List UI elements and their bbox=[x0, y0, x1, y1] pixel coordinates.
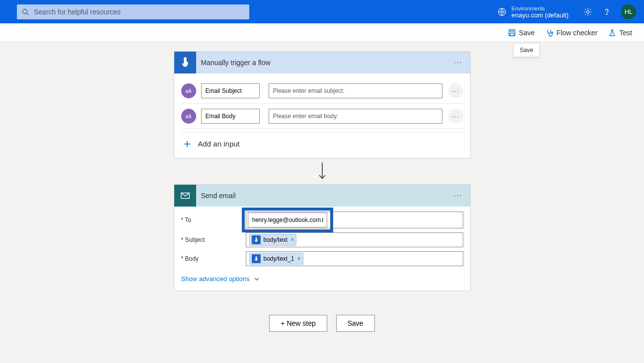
flow-canvas: Manually trigger a flow ··· aA Email Sub… bbox=[0, 42, 644, 332]
environment-picker[interactable]: Environments enayu.com (default) bbox=[498, 5, 569, 19]
save-button[interactable]: Save bbox=[508, 29, 535, 37]
subject-label: * Subject bbox=[181, 236, 246, 243]
arrow-down-icon bbox=[317, 161, 327, 181]
svg-point-0 bbox=[23, 9, 27, 13]
globe-icon bbox=[498, 7, 506, 16]
input-placeholder[interactable]: Please enter email subject: bbox=[269, 83, 442, 98]
add-input-button[interactable]: Add an input bbox=[181, 132, 463, 153]
input-label[interactable]: Email Body bbox=[201, 109, 260, 124]
plus-icon bbox=[183, 140, 191, 148]
flask-icon bbox=[608, 29, 616, 37]
help-button[interactable] bbox=[602, 7, 611, 16]
input-row-menu[interactable]: ··· bbox=[448, 109, 463, 124]
svg-point-8 bbox=[551, 32, 553, 33]
action-toolbar: Save Flow checker Test Save bbox=[0, 23, 644, 42]
bottom-actions: + New step Save bbox=[0, 315, 644, 332]
action-card: Send email ··· * To henry.legge@outlook.… bbox=[174, 184, 471, 291]
new-step-button[interactable]: + New step bbox=[269, 315, 327, 332]
svg-point-3 bbox=[586, 10, 589, 13]
user-avatar[interactable]: HL bbox=[621, 4, 636, 19]
to-field[interactable]: henry.legge@outlook.com I bbox=[248, 213, 327, 227]
action-body: * To henry.legge@outlook.com I * Subject bbox=[174, 207, 470, 290]
touch-icon bbox=[252, 254, 261, 263]
top-header: Search for helpful resources Environment… bbox=[0, 0, 644, 23]
help-icon bbox=[602, 7, 611, 16]
connector-arrow[interactable] bbox=[0, 158, 644, 184]
settings-button[interactable] bbox=[583, 7, 592, 16]
action-menu[interactable]: ··· bbox=[453, 191, 463, 200]
touch-icon bbox=[180, 57, 191, 68]
action-header[interactable]: Send email ··· bbox=[174, 185, 470, 207]
environments-label: Environments bbox=[511, 5, 569, 12]
test-button[interactable]: Test bbox=[608, 29, 632, 37]
advanced-options-toggle[interactable]: Show advanced options bbox=[181, 270, 463, 286]
to-row: * To henry.legge@outlook.com I bbox=[181, 212, 463, 228]
input-placeholder[interactable]: Please enter email body: bbox=[269, 109, 442, 124]
search-icon bbox=[22, 8, 29, 15]
subject-field[interactable]: body/text × bbox=[246, 232, 463, 247]
svg-rect-6 bbox=[510, 30, 513, 32]
svg-rect-7 bbox=[510, 33, 514, 36]
dynamic-token[interactable]: body/text_1 × bbox=[249, 253, 303, 265]
action-icon bbox=[174, 185, 196, 207]
gear-icon bbox=[583, 7, 592, 16]
text-cursor: I bbox=[322, 217, 324, 224]
input-row: aA Email Subject Please enter email subj… bbox=[181, 78, 463, 104]
svg-point-4 bbox=[606, 13, 607, 14]
to-label: * To bbox=[181, 217, 246, 223]
save-icon bbox=[508, 29, 516, 37]
token-remove[interactable]: × bbox=[290, 236, 294, 243]
input-row-menu[interactable]: ··· bbox=[448, 83, 463, 98]
body-row: * Body body/text_1 × bbox=[181, 251, 463, 266]
trigger-title: Manually trigger a flow bbox=[196, 59, 454, 67]
save-flow-button[interactable]: Save bbox=[336, 315, 375, 332]
touch-icon bbox=[252, 235, 261, 244]
action-title: Send email bbox=[196, 192, 454, 200]
token-remove[interactable]: × bbox=[297, 255, 301, 262]
search-input[interactable]: Search for helpful resources bbox=[17, 4, 249, 19]
environment-name: enayu.com (default) bbox=[511, 12, 569, 19]
trigger-body: aA Email Subject Please enter email subj… bbox=[174, 73, 470, 158]
trigger-header[interactable]: Manually trigger a flow ··· bbox=[174, 52, 470, 73]
subject-row: * Subject body/text × bbox=[181, 232, 463, 247]
stethoscope-icon bbox=[546, 29, 554, 37]
trigger-icon bbox=[174, 52, 196, 73]
search-placeholder: Search for helpful resources bbox=[34, 8, 121, 16]
body-field[interactable]: body/text_1 × bbox=[246, 251, 463, 266]
trigger-menu[interactable]: ··· bbox=[453, 58, 463, 67]
svg-line-1 bbox=[27, 13, 29, 15]
text-type-badge: aA bbox=[181, 109, 196, 124]
to-highlight-box: henry.legge@outlook.com I bbox=[242, 208, 333, 232]
text-type-badge: aA bbox=[181, 83, 196, 98]
input-row: aA Email Body Please enter email body: ·… bbox=[181, 104, 463, 129]
mail-icon bbox=[180, 190, 191, 201]
flow-checker-button[interactable]: Flow checker bbox=[546, 29, 597, 37]
body-label: * Body bbox=[181, 255, 246, 262]
chevron-down-icon bbox=[254, 276, 260, 282]
trigger-card: Manually trigger a flow ··· aA Email Sub… bbox=[174, 51, 471, 158]
dynamic-token[interactable]: body/text × bbox=[249, 234, 297, 246]
input-label[interactable]: Email Subject bbox=[201, 83, 260, 98]
